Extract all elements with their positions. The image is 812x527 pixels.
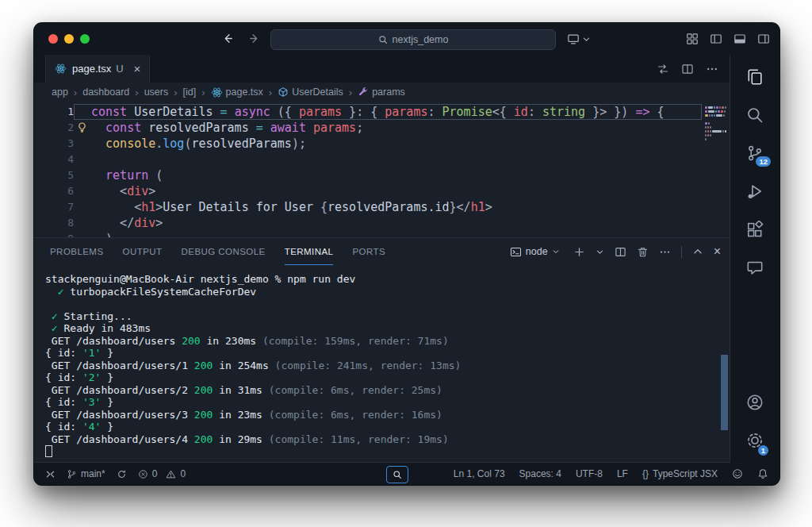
terminal-line: GET /dashboard/users 200 in 230ms (compi…: [45, 335, 718, 348]
terminal-line: ✓ turbopackFileSystemCacheForDev: [45, 286, 718, 298]
maximize-panel-icon[interactable]: [692, 246, 703, 257]
eol-sequence[interactable]: LF: [617, 468, 628, 479]
language-icon: {}: [642, 468, 649, 479]
layout-grid-icon[interactable]: [686, 33, 699, 45]
code-lines: 1const UserDetails = async ({ params }: …: [34, 102, 730, 237]
code-editor[interactable]: 1const UserDetails = async ({ params }: …: [34, 102, 730, 237]
layout-dropdown[interactable]: [567, 33, 591, 45]
breadcrumb-separator: ›: [135, 87, 138, 98]
code-line-6: 6 <div>: [34, 183, 730, 199]
language-label: TypeScript JSX: [653, 468, 718, 479]
cursor-position[interactable]: Ln 1, Col 73: [454, 468, 505, 479]
activity-extensions[interactable]: [736, 210, 774, 248]
panel-bottom-icon[interactable]: [733, 33, 746, 45]
code-line-8: 8 </div>: [34, 215, 730, 231]
breadcrumb-item-users[interactable]: users: [144, 87, 169, 98]
panel-tab-terminal[interactable]: TERMINAL: [285, 238, 334, 265]
minimize-window-button[interactable]: [64, 34, 74, 44]
panel-right-icon[interactable]: [757, 33, 770, 45]
terminal-line: GET /dashboard/users/3 200 in 23ms (comp…: [45, 409, 718, 421]
panel-header: PROBLEMSOUTPUTDEBUG CONSOLETERMINALPORTS…: [34, 238, 730, 265]
search-icon: [378, 35, 388, 44]
split-terminal-icon[interactable]: [615, 246, 626, 258]
close-panel-icon[interactable]: ×: [714, 245, 721, 258]
split-editor-icon[interactable]: [681, 63, 694, 75]
bell-icon: [757, 468, 768, 479]
launch-profile-chevron-icon[interactable]: [596, 248, 604, 256]
code-line-5: 5 return (: [34, 167, 730, 183]
panel-tab-output[interactable]: OUTPUT: [123, 238, 163, 265]
window-controls: [48, 34, 90, 44]
terminal-output[interactable]: stackpenguin@MacBook-Air nextjs_demo % n…: [34, 265, 718, 464]
close-icon[interactable]: ×: [134, 63, 141, 75]
command-center-search[interactable]: nextjs_demo: [270, 29, 556, 50]
terminal-line: { id: '3' }: [45, 396, 718, 409]
terminal-line: { id: '1' }: [45, 347, 718, 360]
remote-indicator[interactable]: [45, 469, 56, 479]
more-actions-icon[interactable]: [706, 63, 718, 75]
panel-tab-problems[interactable]: PROBLEMS: [50, 238, 104, 265]
activity-source-control[interactable]: 12: [736, 134, 774, 172]
files-icon: [746, 68, 764, 86]
activity-settings[interactable]: 1: [736, 421, 774, 460]
breadcrumb-item-page-tsx[interactable]: page.tsx: [211, 87, 263, 98]
activity-run-debug[interactable]: [736, 172, 774, 210]
new-terminal-icon[interactable]: [573, 246, 585, 258]
activity-account[interactable]: [736, 383, 774, 421]
wrench-icon: [358, 87, 369, 98]
terminal-shell-label: node: [526, 246, 548, 257]
back-icon[interactable]: [223, 33, 235, 44]
chevron-down-icon: [582, 35, 591, 44]
breadcrumb-separator: ›: [201, 87, 205, 98]
forward-icon[interactable]: [247, 33, 259, 44]
sync-indicator[interactable]: [117, 469, 127, 479]
chat-icon: [746, 259, 764, 276]
terminal-shell-selector[interactable]: node: [510, 246, 560, 258]
kill-terminal-icon[interactable]: [637, 246, 649, 258]
breadcrumb-item-userdetails[interactable]: UserDetails: [278, 87, 343, 98]
language-mode[interactable]: {} TypeScript JSX: [642, 468, 718, 479]
close-window-button[interactable]: [48, 34, 58, 44]
remote-indicator-icon: [45, 469, 56, 479]
panel-tab-debug-console[interactable]: DEBUG CONSOLE: [182, 238, 266, 265]
minimap[interactable]: [705, 106, 726, 142]
encoding[interactable]: UTF-8: [576, 468, 603, 479]
breadcrumb-item-dashboard[interactable]: dashboard: [82, 87, 129, 98]
branch-icon: [67, 469, 77, 479]
activity-explorer[interactable]: [736, 58, 774, 96]
activity-chat[interactable]: [736, 248, 774, 287]
zoom-indicator[interactable]: [386, 466, 408, 483]
indentation[interactable]: Spaces: 4: [519, 468, 561, 479]
terminal-icon: [510, 246, 522, 258]
breadcrumb-item-id[interactable]: [id]: [183, 87, 197, 98]
warning-count: 0: [180, 468, 186, 479]
problems-indicator[interactable]: 0 0: [138, 468, 186, 479]
vscode-window: nextjs_demo: [33, 22, 780, 486]
terminal-line: { id: '2' }: [45, 371, 718, 384]
history-nav: [223, 33, 259, 44]
activity-search[interactable]: [736, 96, 774, 134]
react-icon: [55, 63, 67, 75]
breadcrumb: app›dashboard›users›[id]› page.tsx› User…: [34, 83, 748, 102]
terminal-scrollbar[interactable]: [721, 355, 728, 430]
lightbulb-icon[interactable]: [76, 121, 88, 133]
tab-page-tsx[interactable]: page.tsx U ×: [45, 55, 150, 83]
zoom-window-button[interactable]: [80, 34, 90, 44]
feedback-smiley-icon: [732, 468, 743, 479]
feedback-smiley[interactable]: [732, 468, 743, 479]
command-center-text: nextjs_demo: [393, 34, 449, 45]
zoom-icon: [393, 470, 402, 479]
react-icon: [211, 87, 223, 98]
notifications[interactable]: [757, 468, 768, 479]
code-line-7: 7 <h1>User Details for User {resolvedPar…: [34, 199, 730, 215]
breadcrumb-item-params[interactable]: params: [358, 87, 405, 98]
settings-badge: 1: [758, 445, 768, 456]
more-actions-icon[interactable]: [659, 246, 671, 258]
breadcrumb-item-app[interactable]: app: [52, 87, 68, 98]
panel-tabs: PROBLEMSOUTPUTDEBUG CONSOLETERMINALPORTS: [50, 238, 385, 265]
code-line-2: 2 const resolvedParams = await params;: [34, 120, 730, 136]
panel-tab-ports[interactable]: PORTS: [352, 238, 385, 265]
branch-indicator[interactable]: main*: [67, 468, 105, 479]
panel-left-icon[interactable]: [710, 33, 722, 45]
compare-changes-icon[interactable]: [657, 63, 669, 75]
